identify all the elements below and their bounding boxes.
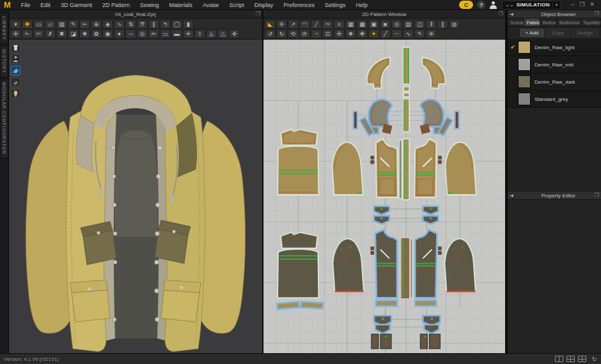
unfold-pattern-icon[interactable]: ▣ xyxy=(368,20,379,29)
grading-icon[interactable]: ▤ xyxy=(403,20,414,29)
fabric-item[interactable]: ✔Denim_Raw_light xyxy=(508,39,601,56)
add-point-icon[interactable]: ✑ xyxy=(322,20,333,29)
polygon-select-icon[interactable]: ▱ xyxy=(45,20,56,29)
point-tool-icon[interactable]: ◉ xyxy=(102,29,113,38)
flip-v-icon[interactable]: ⟳ xyxy=(299,29,310,38)
pin-box-icon[interactable]: ▮ xyxy=(183,20,194,29)
flip-tool-icon[interactable]: ⇅ xyxy=(125,20,136,29)
account-avatar-icon[interactable] xyxy=(489,1,498,9)
sync-icon[interactable]: ↻ xyxy=(589,356,597,363)
panel-tool-icon[interactable]: ▭ xyxy=(160,29,171,38)
rotate-ccw-icon[interactable]: ↺ xyxy=(265,29,276,38)
texture-icon[interactable]: ◍ xyxy=(449,20,460,29)
edit-curvature-icon[interactable]: ╱ xyxy=(311,20,322,29)
tab-scene[interactable]: Scene xyxy=(508,19,524,26)
align-tool-icon[interactable]: ✛ xyxy=(183,29,194,38)
remove-tool-icon[interactable]: ✗ xyxy=(45,29,56,38)
add-fabric-button[interactable]: + Add xyxy=(520,29,545,37)
pane-2d-header[interactable]: 2D Pattern Window ❐ xyxy=(263,10,505,19)
menu-materials[interactable]: Materials xyxy=(164,2,198,8)
dock-tab-library[interactable]: LIBRARY xyxy=(0,13,8,44)
box-edit-icon[interactable]: ▨ xyxy=(56,20,67,29)
sync-garment-icon[interactable]: ✣ xyxy=(334,29,345,38)
flower-tool-icon[interactable]: ✿ xyxy=(91,29,102,38)
popout-2d-icon[interactable]: ❐ xyxy=(499,11,503,17)
property-editor-popout-icon[interactable]: ❐ xyxy=(595,192,599,198)
copy-fabric-button[interactable]: Copy xyxy=(546,29,570,37)
sewing-line-icon[interactable]: ∿ xyxy=(114,20,125,29)
dot-tool-icon[interactable]: ● xyxy=(114,29,125,38)
restore-button[interactable]: ❐ xyxy=(579,1,584,9)
menu-script[interactable]: Script xyxy=(224,2,249,8)
simulation-caret-icon[interactable]: ▾ xyxy=(552,3,558,8)
triangle-tool-icon[interactable]: △ xyxy=(217,29,228,38)
pen-tool-icon[interactable]: ✎ xyxy=(68,20,79,29)
collapse-panel-icon[interactable]: ➜ xyxy=(508,11,516,17)
tab-fabric[interactable]: Fabric xyxy=(524,19,540,26)
layout-grid2-icon[interactable] xyxy=(578,356,586,362)
baste-icon[interactable]: ⊡ xyxy=(322,29,333,38)
dock-tab-modular-configurator[interactable]: MODULAR CONFIGURATOR xyxy=(0,79,8,158)
edit-curve-icon[interactable]: ◠ xyxy=(299,20,310,29)
arrangement-points-icon[interactable] xyxy=(11,66,20,75)
menu-avatar[interactable]: Avatar xyxy=(198,2,224,8)
prism-tool-icon[interactable]: ◬ xyxy=(206,29,217,38)
annotate-icon[interactable]: ✎ xyxy=(414,29,425,38)
target-tool-icon[interactable]: ◎ xyxy=(137,29,148,38)
circle-pattern-icon[interactable]: ◙ xyxy=(380,20,391,29)
arrange-icon[interactable]: ✥ xyxy=(357,29,368,38)
object-browser-popout-icon[interactable]: ❐ xyxy=(595,11,599,17)
menu-help[interactable]: Help xyxy=(350,2,373,8)
line-tool-icon[interactable]: ─ xyxy=(125,29,136,38)
draw-tool-icon[interactable]: ✏ xyxy=(148,29,159,38)
curve-tool-icon[interactable]: ↰ xyxy=(160,20,171,29)
minimize-button[interactable]: – xyxy=(571,1,574,9)
viewport-3d[interactable] xyxy=(9,40,262,353)
object-browser-header[interactable]: ➜ Object Browser ❐ xyxy=(508,10,601,19)
fold-tool-icon[interactable]: ◪ xyxy=(68,29,79,38)
show-sewing-icon[interactable]: ✦ xyxy=(368,29,379,38)
dart-icon[interactable]: ◎ xyxy=(391,20,402,29)
menu-preferences[interactable]: Preferences xyxy=(278,2,320,8)
tab-3d-file[interactable]: 04_coat_final.Zprj ❐ xyxy=(9,10,262,19)
fabric-item[interactable]: Standard_grey xyxy=(508,91,601,108)
assign-fabric-button[interactable]: Assign xyxy=(572,29,598,37)
trace-icon[interactable]: ≡ xyxy=(334,20,345,29)
menu-display[interactable]: Display xyxy=(249,2,279,8)
edit-point-icon[interactable]: ↗ xyxy=(288,20,299,29)
help-icon[interactable]: ? xyxy=(477,1,485,9)
move-tool-icon[interactable]: ✚ xyxy=(22,20,33,29)
pleat-sew-icon[interactable]: ∥ xyxy=(437,20,448,29)
menu-2d-pattern[interactable]: 2D Pattern xyxy=(97,2,135,8)
iron-tool-icon[interactable]: ◔ xyxy=(311,29,322,38)
property-editor-collapse-icon[interactable]: ➜ xyxy=(508,193,516,199)
rotate-cw-icon[interactable]: ↻ xyxy=(276,29,287,38)
menu-3d-garment[interactable]: 3D Garment xyxy=(56,2,97,8)
tab-buttonhole[interactable]: Buttonhole xyxy=(557,19,581,26)
cut-sew-icon[interactable]: ✄ xyxy=(33,29,44,38)
seam-allowance-icon[interactable]: ◫ xyxy=(414,20,425,29)
shirring-icon[interactable]: ❈ xyxy=(426,29,437,38)
pleat-tool-icon[interactable]: ∥ xyxy=(148,20,159,29)
show-seams-icon[interactable] xyxy=(11,77,20,87)
edit-pattern-icon[interactable]: ✢ xyxy=(276,20,287,29)
simulation-dropdown[interactable]: ⌄⌄ SIMULATION ▾ xyxy=(502,1,561,10)
dart-tool-icon[interactable]: ◈ xyxy=(102,20,113,29)
fabric-item[interactable]: Denim_Raw_dark xyxy=(508,73,601,91)
pattern-canvas[interactable] xyxy=(263,40,505,353)
show-avatar-head-icon[interactable] xyxy=(11,89,20,98)
rect-select-icon[interactable]: ▭ xyxy=(33,20,44,29)
dropdown-tool-icon[interactable]: ▾ xyxy=(10,20,21,29)
lift-tool-icon[interactable]: ⇈ xyxy=(137,20,148,29)
menu-file[interactable]: File xyxy=(16,2,36,8)
free-sew-icon[interactable]: ┄ xyxy=(391,29,402,38)
close-button[interactable]: ✕ xyxy=(589,1,595,9)
menu-edit[interactable]: Edit xyxy=(35,2,56,8)
delete-tool-icon[interactable]: ✖ xyxy=(56,29,67,38)
elastic-icon[interactable]: ∿ xyxy=(403,29,414,38)
bar-tool-icon[interactable]: ▬ xyxy=(171,29,182,38)
avatar-tool-icon[interactable]: ✣ xyxy=(10,29,21,38)
cross-tool-icon[interactable]: ✜ xyxy=(229,29,240,38)
coin-icon[interactable]: C xyxy=(459,1,473,9)
cut-tool-icon[interactable]: ✁ xyxy=(22,29,33,38)
